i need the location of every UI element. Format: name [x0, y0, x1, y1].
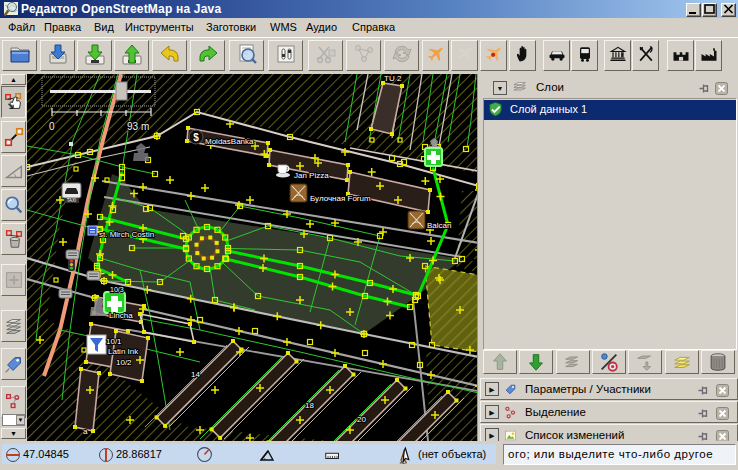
svg-text:Jan Pizza: Jan Pizza — [294, 171, 329, 180]
svg-text:14: 14 — [191, 370, 200, 379]
svg-text:10/1: 10/1 — [106, 337, 122, 346]
svg-text:18: 18 — [305, 401, 314, 410]
svg-text:TAXI: TAXI — [67, 198, 77, 203]
svg-text:10/2: 10/2 — [116, 358, 132, 367]
svg-text:a: a — [83, 427, 88, 436]
svg-text:20: 20 — [357, 415, 366, 424]
svg-text:$: $ — [193, 132, 199, 143]
svg-text:st. Mirch Costin: st. Mirch Costin — [99, 230, 154, 239]
svg-text:10/3: 10/3 — [110, 286, 124, 293]
svg-text:Булочная Forum: Булочная Forum — [310, 194, 371, 203]
svg-text:0: 0 — [49, 121, 55, 132]
svg-text:Lincha: Lincha — [109, 311, 133, 320]
svg-text:Latin Ink: Latin Ink — [108, 347, 139, 356]
svg-text:TU 2: TU 2 — [384, 74, 402, 83]
svg-text:Balcan: Balcan — [427, 221, 451, 230]
svg-text:MoldasBanka: MoldasBanka — [205, 137, 254, 146]
svg-text:93 m: 93 m — [127, 121, 149, 132]
